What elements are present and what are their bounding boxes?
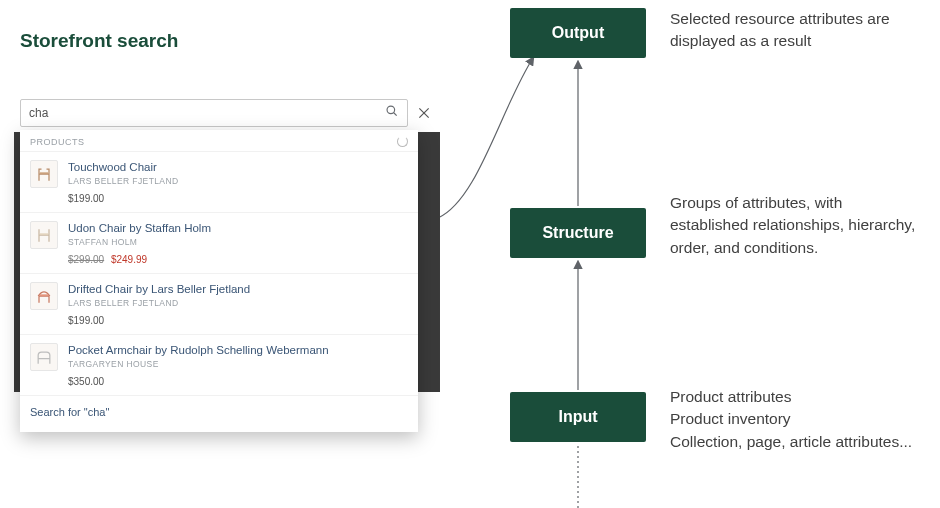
search-result[interactable]: Udon Chair by Staffan Holm STAFFAN HOLM … bbox=[20, 212, 418, 273]
search-bar bbox=[14, 94, 440, 132]
node-input-desc: Product attributes Product inventory Col… bbox=[670, 386, 920, 453]
node-structure: Structure bbox=[510, 208, 646, 258]
product-thumbnail bbox=[30, 343, 58, 371]
svg-point-0 bbox=[387, 106, 395, 114]
result-title: Pocket Armchair by Rudolph Schelling Web… bbox=[68, 343, 408, 358]
search-result[interactable]: Touchwood Chair LARS BELLER FJETLAND $19… bbox=[20, 151, 418, 212]
result-vendor: LARS BELLER FJETLAND bbox=[68, 298, 408, 308]
svg-line-1 bbox=[394, 113, 397, 116]
node-output-desc: Selected resource attributes are display… bbox=[670, 8, 920, 53]
search-for-link[interactable]: Search for "cha" bbox=[20, 395, 418, 430]
node-output: Output bbox=[510, 8, 646, 58]
search-icon[interactable] bbox=[385, 104, 399, 122]
search-result[interactable]: Drifted Chair by Lars Beller Fjetland LA… bbox=[20, 273, 418, 334]
pipeline-diagram: Output Structure Input Selected resource… bbox=[510, 0, 930, 508]
storefront-search-screenshot: PRODUCTS Touchwood Chair LARS BELLER FJE… bbox=[14, 94, 440, 392]
search-input[interactable] bbox=[29, 106, 385, 120]
result-title: Udon Chair by Staffan Holm bbox=[68, 221, 408, 236]
product-thumbnail bbox=[30, 160, 58, 188]
result-vendor: LARS BELLER FJETLAND bbox=[68, 176, 408, 186]
product-thumbnail bbox=[30, 282, 58, 310]
result-title: Drifted Chair by Lars Beller Fjetland bbox=[68, 282, 408, 297]
svg-rect-4 bbox=[40, 172, 48, 174]
search-dropdown: PRODUCTS Touchwood Chair LARS BELLER FJE… bbox=[20, 130, 418, 432]
result-price: $299.00 $249.99 bbox=[68, 254, 408, 265]
node-input: Input bbox=[510, 392, 646, 442]
product-thumbnail bbox=[30, 221, 58, 249]
node-structure-desc: Groups of attributes, with established r… bbox=[670, 192, 920, 259]
svg-rect-6 bbox=[40, 294, 48, 296]
dropdown-section-label: PRODUCTS bbox=[30, 137, 85, 147]
result-price: $350.00 bbox=[68, 376, 408, 387]
result-vendor: STAFFAN HOLM bbox=[68, 237, 408, 247]
svg-rect-5 bbox=[40, 233, 48, 235]
search-box[interactable] bbox=[20, 99, 408, 127]
close-icon[interactable] bbox=[414, 103, 434, 123]
page-title: Storefront search bbox=[20, 30, 178, 52]
result-price: $199.00 bbox=[68, 193, 408, 204]
result-vendor: TARGARYEN HOUSE bbox=[68, 359, 408, 369]
search-result[interactable]: Pocket Armchair by Rudolph Schelling Web… bbox=[20, 334, 418, 395]
result-title: Touchwood Chair bbox=[68, 160, 408, 175]
result-price: $199.00 bbox=[68, 315, 408, 326]
loading-spinner-icon bbox=[397, 136, 408, 147]
